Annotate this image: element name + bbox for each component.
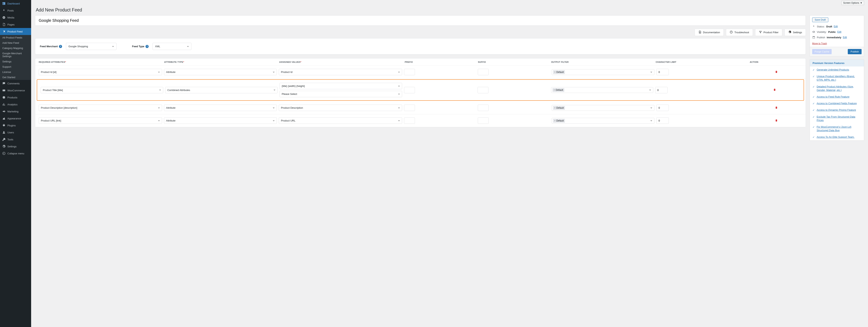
char-limit-input[interactable] <box>656 69 669 75</box>
troubleshoot-button[interactable]: Troubleshoot <box>726 29 753 36</box>
sidebar-item-plugins[interactable]: Plugins <box>0 122 31 129</box>
feed-type-select[interactable]: XML <box>153 43 191 50</box>
sidebar-item-collapse-menu[interactable]: Collapse menu <box>0 150 31 157</box>
delete-row-button[interactable] <box>751 119 802 123</box>
attribute-type-select[interactable]: Combined Attributes <box>165 87 278 93</box>
edit-visibility-link[interactable]: Edit <box>837 31 841 33</box>
sidebar-item-label: Plugins <box>7 124 16 127</box>
product-filter-button[interactable]: Product Filter <box>755 29 782 36</box>
delete-row-button[interactable] <box>751 70 802 74</box>
submenu-item[interactable]: Category Mapping <box>0 45 31 51</box>
purge-cache-button[interactable]: Purge Cache <box>812 49 832 54</box>
analytics-icon <box>2 102 6 106</box>
premium-feature-link[interactable]: Unique Product Identifiers (Brand, GTIN,… <box>817 75 861 81</box>
assigned-value-select[interactable]: Product Description <box>279 105 402 111</box>
premium-feature-link[interactable]: Generate Unlimited Products <box>817 68 849 71</box>
prefix-input[interactable] <box>404 105 415 111</box>
feed-merchant-select[interactable]: Google Shopping <box>66 43 117 50</box>
sidebar-item-label: Pages <box>7 23 14 26</box>
attribute-type-select[interactable]: Attribute <box>164 118 277 124</box>
sidebar-item-posts[interactable]: Posts <box>0 7 31 14</box>
premium-feature-link[interactable]: Access to Dynamic Pricing Feature <box>817 108 856 112</box>
premium-feature-link[interactable]: Fix WooCommerce's (Json-Ld) Structured D… <box>817 125 861 132</box>
suffix-input[interactable] <box>478 118 489 124</box>
sidebar-item-pages[interactable]: Pages <box>0 21 31 28</box>
submenu-item[interactable]: License <box>0 69 31 75</box>
char-limit-input[interactable] <box>655 87 668 93</box>
svg-point-1 <box>4 32 5 33</box>
help-icon[interactable]: ? <box>59 45 62 48</box>
char-limit-input[interactable] <box>656 118 669 124</box>
sidebar-item-media[interactable]: Media <box>0 14 31 21</box>
remove-filter-icon[interactable]: × <box>554 89 555 91</box>
submenu-item[interactable]: Settings <box>0 59 31 64</box>
submenu-item[interactable]: Get Started <box>0 75 31 80</box>
required-attribute-select[interactable]: Product Id [id] <box>39 69 162 75</box>
sidebar-item-marketing[interactable]: Marketing <box>0 108 31 115</box>
premium-feature-link[interactable]: Access to Combined Fields Feature <box>817 102 857 105</box>
sidebar-item-product-feed[interactable]: Product Feed <box>0 28 31 35</box>
premium-feature-link[interactable]: Detailed Product Attributes (Size, Gende… <box>817 85 861 92</box>
sidebar-item-analytics[interactable]: Analytics <box>0 101 31 108</box>
settings-icon <box>788 31 792 34</box>
char-limit-input[interactable] <box>656 105 669 111</box>
sidebar-item-label: Settings <box>7 145 17 148</box>
save-draft-button[interactable]: Save Draft <box>812 18 828 22</box>
sidebar-item-users[interactable]: Users <box>0 129 31 136</box>
suffix-input[interactable] <box>478 69 489 75</box>
sidebar-item-tools[interactable]: Tools <box>0 136 31 143</box>
premium-feature-link[interactable]: Access to Feed Rule Feature <box>817 95 849 99</box>
check-icon: ✓ <box>812 68 815 71</box>
sidebar-item-products[interactable]: Products <box>0 94 31 101</box>
assigned-value-select-2[interactable]: Please Select <box>280 91 402 97</box>
feed-title-input[interactable] <box>35 15 806 26</box>
remove-filter-icon[interactable]: × <box>554 106 556 109</box>
remove-filter-icon[interactable]: × <box>554 71 556 73</box>
prefix-input[interactable] <box>404 69 415 75</box>
assigned-value-select[interactable]: Product URL <box>279 118 402 124</box>
suffix-input[interactable] <box>478 105 489 111</box>
edit-status-link[interactable]: Edit <box>834 25 838 28</box>
submenu-item[interactable]: Google Merchant Settings <box>0 51 31 59</box>
publish-button[interactable]: Publish <box>848 49 862 54</box>
column-header: Prefix <box>405 61 478 63</box>
required-attribute-select[interactable]: Product Description [description] <box>39 105 162 111</box>
premium-feature-link[interactable]: Exclude Tax From Structured Data Prices <box>817 115 861 122</box>
settings-button[interactable]: Settings <box>784 29 806 36</box>
submenu-item[interactable]: Support <box>0 64 31 69</box>
sidebar-item-woocommerce[interactable]: WooCommerce <box>0 87 31 94</box>
sidebar-item-settings[interactable]: Settings <box>0 143 31 150</box>
attribute-type-select[interactable]: Attribute <box>164 105 277 111</box>
delete-row-button[interactable] <box>749 88 800 92</box>
sidebar-item-label: Collapse menu <box>7 152 24 155</box>
submenu-item[interactable]: All Product Feeds <box>0 35 31 40</box>
assigned-value-select[interactable]: {title} {width} {height} <box>280 83 402 89</box>
documentation-button[interactable]: Documentation <box>695 29 724 36</box>
sidebar-item-dashboard[interactable]: Dashboard <box>0 0 31 7</box>
suffix-input[interactable] <box>477 87 489 93</box>
screen-options-button[interactable]: Screen Options▼ <box>841 1 864 5</box>
output-filter-select[interactable]: ×Default <box>552 105 654 111</box>
remove-filter-icon[interactable]: × <box>554 119 556 122</box>
delete-row-button[interactable] <box>751 106 802 110</box>
submenu-item[interactable]: Add New Feed <box>0 40 31 45</box>
assigned-value-select[interactable]: Product Id <box>279 69 402 75</box>
help-icon[interactable]: ? <box>146 45 149 48</box>
comments-icon <box>2 81 6 85</box>
prefix-input[interactable] <box>404 87 415 93</box>
output-filter-select[interactable]: ×Default <box>552 118 654 124</box>
required-attribute-select[interactable]: Product Title [title] <box>41 87 163 93</box>
move-to-trash-link[interactable]: Move to Trash <box>812 42 827 45</box>
sidebar-item-comments[interactable]: Comments <box>0 80 31 87</box>
troubleshoot-icon <box>730 31 733 34</box>
output-filter-select[interactable]: ×Default <box>552 69 654 75</box>
svg-point-4 <box>3 152 5 155</box>
attribute-type-select[interactable]: Attribute <box>164 69 277 75</box>
prefix-input[interactable] <box>404 118 415 124</box>
sidebar-item-appearance[interactable]: Appearance <box>0 115 31 122</box>
required-attribute-select[interactable]: Product URL [link] <box>39 118 162 124</box>
premium-feature-link[interactable]: Access To An Elite Support Team. <box>817 135 855 139</box>
output-filter-select[interactable]: ×Default <box>551 87 653 93</box>
edit-publish-link[interactable]: Edit <box>843 36 847 39</box>
woo-icon <box>2 89 6 92</box>
